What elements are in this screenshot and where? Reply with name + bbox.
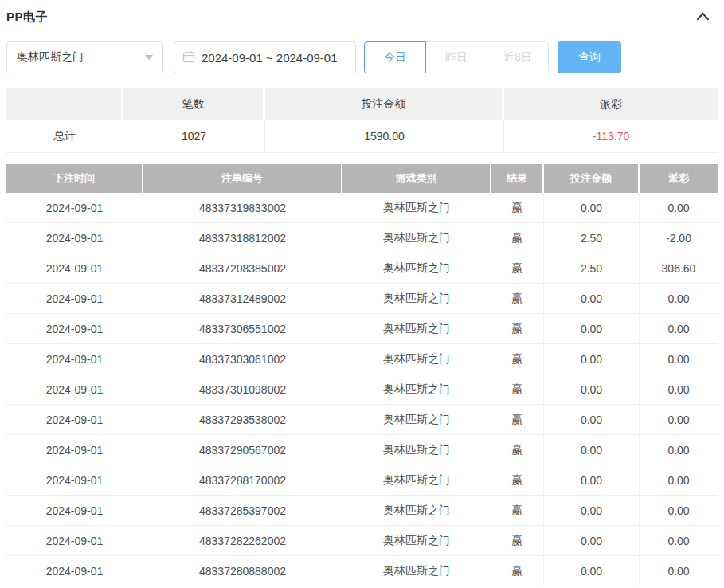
- cell-bet-time: 2024-09-01: [6, 193, 143, 222]
- cell-bet-amount: 0.00: [544, 284, 640, 313]
- filter-bar: 奥林匹斯之门 2024-09-01 ~ 2024-09-01 今日 昨日 近8日…: [6, 41, 718, 73]
- cell-payout: 0.00: [640, 465, 718, 495]
- table-row: 2024-09-01 48337303061002 奥林匹斯之门 赢 0.00 …: [6, 344, 718, 374]
- cell-payout: 0.00: [640, 314, 718, 343]
- table-row: 2024-09-01 48337280888002 奥林匹斯之门 赢 0.00 …: [6, 556, 718, 586]
- cell-game-type: 奥林匹斯之门: [342, 253, 491, 283]
- cell-bet-amount: 0.00: [544, 556, 640, 586]
- cell-order-id: 48337280888002: [143, 556, 342, 586]
- cell-bet-amount: 0.00: [544, 193, 640, 222]
- cell-game-type: 奥林匹斯之门: [342, 435, 491, 465]
- date-range-input[interactable]: 2024-09-01 ~ 2024-09-01: [174, 41, 356, 73]
- cell-bet-amount: 0.00: [544, 465, 640, 495]
- cell-bet-time: 2024-09-01: [6, 253, 143, 283]
- cell-bet-amount: 0.00: [544, 526, 640, 555]
- table-row: 2024-09-01 48337301098002 奥林匹斯之门 赢 0.00 …: [6, 374, 718, 405]
- cell-game-type: 奥林匹斯之门: [342, 405, 491, 434]
- column-header-bet-time: 下注时间: [6, 164, 143, 193]
- cell-game-type: 奥林匹斯之门: [342, 223, 491, 253]
- cell-payout: 0.00: [640, 374, 718, 404]
- cell-order-id: 48337318812002: [143, 223, 342, 253]
- cell-bet-amount: 0.00: [544, 405, 640, 434]
- column-header-game-type: 游戏类别: [342, 164, 491, 193]
- cell-game-type: 奥林匹斯之门: [342, 344, 491, 374]
- cell-payout: -2.00: [640, 223, 718, 253]
- cell-payout: 0.00: [640, 435, 718, 465]
- cell-bet-time: 2024-09-01: [6, 344, 143, 374]
- cell-result: 赢: [491, 374, 544, 404]
- cell-payout: 0.00: [640, 496, 718, 525]
- pp-games-panel: PP电子 奥林匹斯之门 2024-09-01 ~ 2024-09-01: [0, 0, 724, 586]
- cell-bet-amount: 0.00: [544, 496, 640, 525]
- summary-header-bet-amount: 投注金额: [265, 88, 504, 120]
- query-button[interactable]: 查询: [558, 41, 621, 73]
- table-header-row: 下注时间 注单编号 游戏类别 结果 投注金额 派彩: [6, 164, 718, 193]
- cell-bet-amount: 2.50: [544, 223, 640, 253]
- cell-bet-amount: 0.00: [544, 314, 640, 343]
- table-row: 2024-09-01 48337312489002 奥林匹斯之门 赢 0.00 …: [6, 284, 718, 314]
- summary-total-row: 总计 1027 1590.00 -113.70: [6, 120, 718, 153]
- cell-game-type: 奥林匹斯之门: [342, 374, 491, 404]
- quick-range-group: 今日 昨日 近8日: [364, 41, 549, 73]
- table-row: 2024-09-01 48337285397002 奥林匹斯之门 赢 0.00 …: [6, 496, 718, 526]
- cell-result: 赢: [491, 556, 544, 586]
- summary-total-payout: -113.70: [504, 120, 718, 153]
- column-header-order-id: 注单编号: [143, 164, 342, 193]
- cell-result: 赢: [491, 314, 544, 343]
- game-select-value: 奥林匹斯之门: [17, 50, 84, 65]
- last-8-days-button[interactable]: 近8日: [487, 41, 549, 73]
- cell-result: 赢: [491, 193, 544, 222]
- cell-bet-time: 2024-09-01: [6, 374, 143, 404]
- cell-payout: 0.00: [640, 526, 718, 555]
- cell-payout: 0.00: [640, 405, 718, 434]
- summary-header-row: 笔数 投注金额 派彩: [6, 88, 718, 120]
- summary-header-blank: [6, 88, 123, 120]
- cell-bet-time: 2024-09-01: [6, 496, 143, 525]
- summary-header-payout: 派彩: [504, 88, 718, 120]
- table-row: 2024-09-01 48337318812002 奥林匹斯之门 赢 2.50 …: [6, 223, 718, 253]
- table-body: 2024-09-01 48337319833002 奥林匹斯之门 赢 0.00 …: [6, 193, 718, 586]
- table-row: 2024-09-01 48337293538002 奥林匹斯之门 赢 0.00 …: [6, 405, 718, 435]
- chevron-up-icon: [696, 10, 710, 25]
- table-row: 2024-09-01 48337208385002 奥林匹斯之门 赢 2.50 …: [6, 253, 718, 284]
- summary-header-count: 笔数: [123, 88, 265, 120]
- summary-table: 笔数 投注金额 派彩 总计 1027 1590.00 -113.70: [6, 88, 718, 153]
- table-row: 2024-09-01 48337288170002 奥林匹斯之门 赢 0.00 …: [6, 465, 718, 496]
- game-select[interactable]: 奥林匹斯之门: [6, 41, 163, 73]
- collapse-panel-button[interactable]: [696, 10, 710, 25]
- cell-result: 赢: [491, 496, 544, 525]
- chevron-down-icon: [145, 55, 153, 60]
- cell-payout: 306.60: [640, 253, 718, 283]
- cell-order-id: 48337208385002: [143, 253, 342, 283]
- cell-order-id: 48337312489002: [143, 284, 342, 313]
- cell-bet-time: 2024-09-01: [6, 223, 143, 253]
- cell-game-type: 奥林匹斯之门: [342, 284, 491, 313]
- cell-order-id: 48337288170002: [143, 465, 342, 495]
- cell-game-type: 奥林匹斯之门: [342, 496, 491, 525]
- cell-result: 赢: [491, 465, 544, 495]
- cell-payout: 0.00: [640, 193, 718, 222]
- cell-game-type: 奥林匹斯之门: [342, 193, 491, 222]
- table-row: 2024-09-01 48337290567002 奥林匹斯之门 赢 0.00 …: [6, 435, 718, 465]
- cell-game-type: 奥林匹斯之门: [342, 556, 491, 586]
- cell-result: 赢: [491, 284, 544, 313]
- cell-order-id: 48337319833002: [143, 193, 342, 222]
- cell-bet-time: 2024-09-01: [6, 284, 143, 313]
- cell-result: 赢: [491, 405, 544, 434]
- panel-header: PP电子: [6, 10, 718, 25]
- calendar-icon: [182, 50, 195, 65]
- cell-bet-time: 2024-09-01: [6, 314, 143, 343]
- yesterday-button[interactable]: 昨日: [425, 41, 487, 73]
- today-button[interactable]: 今日: [364, 41, 426, 73]
- cell-bet-time: 2024-09-01: [6, 556, 143, 586]
- cell-order-id: 48337282262002: [143, 526, 342, 555]
- cell-game-type: 奥林匹斯之门: [342, 526, 491, 555]
- cell-bet-amount: 0.00: [544, 435, 640, 465]
- cell-payout: 0.00: [640, 556, 718, 586]
- table-row: 2024-09-01 48337282262002 奥林匹斯之门 赢 0.00 …: [6, 526, 718, 556]
- summary-total-bet-amount: 1590.00: [265, 120, 504, 153]
- cell-order-id: 48337306551002: [143, 314, 342, 343]
- column-header-result: 结果: [491, 164, 544, 193]
- summary-total-label: 总计: [6, 120, 123, 153]
- cell-order-id: 48337301098002: [143, 374, 342, 404]
